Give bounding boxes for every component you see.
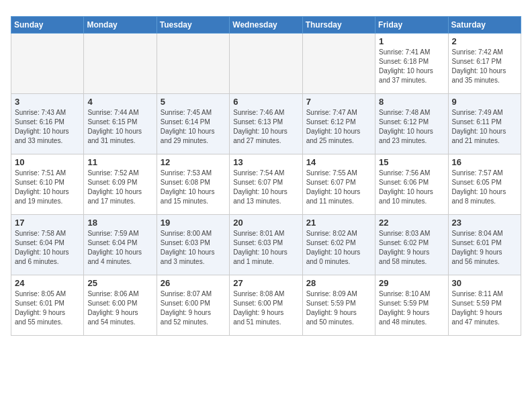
calendar-cell: 8Sunrise: 7:48 AM Sunset: 6:12 PM Daylig… bbox=[375, 94, 448, 154]
day-number: 11 bbox=[87, 157, 152, 167]
day-info: Sunrise: 7:48 AM Sunset: 6:12 PM Dayligh… bbox=[379, 108, 444, 146]
day-info: Sunrise: 8:09 AM Sunset: 5:59 PM Dayligh… bbox=[306, 289, 371, 327]
day-number: 23 bbox=[452, 218, 517, 228]
day-info: Sunrise: 7:58 AM Sunset: 6:04 PM Dayligh… bbox=[15, 229, 80, 267]
calendar-cell: 27Sunrise: 8:08 AM Sunset: 6:00 PM Dayli… bbox=[230, 275, 302, 336]
day-number: 4 bbox=[87, 97, 152, 107]
weekday-header: Wednesday bbox=[230, 17, 302, 34]
calendar-cell: 30Sunrise: 8:11 AM Sunset: 5:59 PM Dayli… bbox=[448, 275, 521, 336]
calendar-cell: 19Sunrise: 8:00 AM Sunset: 6:03 PM Dayli… bbox=[157, 215, 229, 275]
calendar-cell bbox=[230, 34, 302, 94]
day-number: 29 bbox=[379, 278, 444, 288]
day-info: Sunrise: 7:41 AM Sunset: 6:18 PM Dayligh… bbox=[379, 48, 444, 85]
calendar-cell: 14Sunrise: 7:55 AM Sunset: 6:07 PM Dayli… bbox=[302, 154, 375, 215]
day-info: Sunrise: 8:10 AM Sunset: 5:59 PM Dayligh… bbox=[379, 289, 444, 327]
calendar-cell: 18Sunrise: 7:59 AM Sunset: 6:04 PM Dayli… bbox=[84, 215, 157, 275]
day-number: 1 bbox=[379, 36, 444, 46]
calendar-row: 10Sunrise: 7:51 AM Sunset: 6:10 PM Dayli… bbox=[11, 154, 521, 215]
calendar-cell: 3Sunrise: 7:43 AM Sunset: 6:16 PM Daylig… bbox=[11, 94, 84, 154]
day-info: Sunrise: 7:51 AM Sunset: 6:10 PM Dayligh… bbox=[15, 169, 80, 206]
calendar-row: 24Sunrise: 8:05 AM Sunset: 6:01 PM Dayli… bbox=[11, 275, 521, 336]
calendar-row: 1Sunrise: 7:41 AM Sunset: 6:18 PM Daylig… bbox=[11, 34, 521, 94]
day-info: Sunrise: 7:47 AM Sunset: 6:12 PM Dayligh… bbox=[306, 108, 371, 146]
calendar-table: SundayMondayTuesdayWednesdayThursdayFrid… bbox=[11, 16, 521, 336]
calendar-header-row: SundayMondayTuesdayWednesdayThursdayFrid… bbox=[11, 17, 521, 34]
day-number: 10 bbox=[15, 157, 80, 167]
day-number: 21 bbox=[306, 218, 371, 228]
calendar-cell: 29Sunrise: 8:10 AM Sunset: 5:59 PM Dayli… bbox=[375, 275, 448, 336]
day-number: 15 bbox=[379, 157, 444, 167]
calendar-cell bbox=[302, 34, 375, 94]
day-number: 7 bbox=[306, 97, 371, 107]
calendar-cell: 24Sunrise: 8:05 AM Sunset: 6:01 PM Dayli… bbox=[11, 275, 84, 336]
calendar-cell: 13Sunrise: 7:54 AM Sunset: 6:07 PM Dayli… bbox=[230, 154, 302, 215]
day-info: Sunrise: 8:07 AM Sunset: 6:00 PM Dayligh… bbox=[161, 289, 226, 327]
weekday-header: Friday bbox=[375, 17, 448, 34]
day-number: 25 bbox=[87, 278, 152, 288]
calendar-cell: 1Sunrise: 7:41 AM Sunset: 6:18 PM Daylig… bbox=[375, 34, 448, 94]
calendar-cell: 20Sunrise: 8:01 AM Sunset: 6:03 PM Dayli… bbox=[230, 215, 302, 275]
calendar-cell: 15Sunrise: 7:56 AM Sunset: 6:06 PM Dayli… bbox=[375, 154, 448, 215]
day-info: Sunrise: 8:00 AM Sunset: 6:03 PM Dayligh… bbox=[161, 229, 226, 267]
day-number: 28 bbox=[306, 278, 371, 288]
day-info: Sunrise: 7:46 AM Sunset: 6:13 PM Dayligh… bbox=[233, 108, 298, 146]
calendar-cell: 7Sunrise: 7:47 AM Sunset: 6:12 PM Daylig… bbox=[302, 94, 375, 154]
weekday-header: Thursday bbox=[302, 17, 375, 34]
day-info: Sunrise: 8:03 AM Sunset: 6:02 PM Dayligh… bbox=[379, 229, 444, 267]
day-info: Sunrise: 7:55 AM Sunset: 6:07 PM Dayligh… bbox=[306, 169, 371, 206]
day-info: Sunrise: 7:53 AM Sunset: 6:08 PM Dayligh… bbox=[161, 169, 226, 206]
day-number: 5 bbox=[161, 97, 226, 107]
day-number: 3 bbox=[15, 97, 80, 107]
calendar-cell: 16Sunrise: 7:57 AM Sunset: 6:05 PM Dayli… bbox=[448, 154, 521, 215]
weekday-header: Sunday bbox=[11, 17, 84, 34]
calendar-cell bbox=[157, 34, 229, 94]
calendar-cell: 26Sunrise: 8:07 AM Sunset: 6:00 PM Dayli… bbox=[157, 275, 229, 336]
day-number: 24 bbox=[15, 278, 80, 288]
day-info: Sunrise: 7:52 AM Sunset: 6:09 PM Dayligh… bbox=[87, 169, 152, 206]
day-number: 6 bbox=[233, 97, 298, 107]
day-number: 20 bbox=[233, 218, 298, 228]
day-info: Sunrise: 7:54 AM Sunset: 6:07 PM Dayligh… bbox=[233, 169, 298, 206]
day-info: Sunrise: 7:43 AM Sunset: 6:16 PM Dayligh… bbox=[15, 108, 80, 146]
calendar-cell: 5Sunrise: 7:45 AM Sunset: 6:14 PM Daylig… bbox=[157, 94, 229, 154]
day-info: Sunrise: 7:57 AM Sunset: 6:05 PM Dayligh… bbox=[452, 169, 517, 206]
day-number: 12 bbox=[161, 157, 226, 167]
weekday-header: Saturday bbox=[448, 17, 521, 34]
calendar-cell bbox=[11, 34, 84, 94]
calendar-cell: 6Sunrise: 7:46 AM Sunset: 6:13 PM Daylig… bbox=[230, 94, 302, 154]
calendar-row: 17Sunrise: 7:58 AM Sunset: 6:04 PM Dayli… bbox=[11, 215, 521, 275]
day-info: Sunrise: 7:56 AM Sunset: 6:06 PM Dayligh… bbox=[379, 169, 444, 206]
calendar-cell: 25Sunrise: 8:06 AM Sunset: 6:00 PM Dayli… bbox=[84, 275, 157, 336]
day-info: Sunrise: 7:49 AM Sunset: 6:11 PM Dayligh… bbox=[452, 108, 517, 146]
day-number: 16 bbox=[452, 157, 517, 167]
day-info: Sunrise: 8:01 AM Sunset: 6:03 PM Dayligh… bbox=[233, 229, 298, 267]
day-number: 19 bbox=[161, 218, 226, 228]
day-number: 17 bbox=[15, 218, 80, 228]
day-number: 14 bbox=[306, 157, 371, 167]
day-number: 2 bbox=[452, 36, 517, 46]
day-number: 27 bbox=[233, 278, 298, 288]
calendar-row: 3Sunrise: 7:43 AM Sunset: 6:16 PM Daylig… bbox=[11, 94, 521, 154]
calendar-cell: 23Sunrise: 8:04 AM Sunset: 6:01 PM Dayli… bbox=[448, 215, 521, 275]
calendar-cell: 9Sunrise: 7:49 AM Sunset: 6:11 PM Daylig… bbox=[448, 94, 521, 154]
calendar-cell bbox=[84, 34, 157, 94]
calendar-body: 1Sunrise: 7:41 AM Sunset: 6:18 PM Daylig… bbox=[11, 34, 521, 336]
day-info: Sunrise: 7:45 AM Sunset: 6:14 PM Dayligh… bbox=[161, 108, 226, 146]
day-number: 9 bbox=[452, 97, 517, 107]
weekday-header: Tuesday bbox=[157, 17, 229, 34]
calendar-cell: 21Sunrise: 8:02 AM Sunset: 6:02 PM Dayli… bbox=[302, 215, 375, 275]
calendar-cell: 10Sunrise: 7:51 AM Sunset: 6:10 PM Dayli… bbox=[11, 154, 84, 215]
day-info: Sunrise: 8:08 AM Sunset: 6:00 PM Dayligh… bbox=[233, 289, 298, 327]
day-number: 13 bbox=[233, 157, 298, 167]
day-info: Sunrise: 7:42 AM Sunset: 6:17 PM Dayligh… bbox=[452, 48, 517, 85]
calendar-cell: 12Sunrise: 7:53 AM Sunset: 6:08 PM Dayli… bbox=[157, 154, 229, 215]
weekday-header: Monday bbox=[84, 17, 157, 34]
day-number: 26 bbox=[161, 278, 226, 288]
day-info: Sunrise: 8:11 AM Sunset: 5:59 PM Dayligh… bbox=[452, 289, 517, 327]
day-info: Sunrise: 8:02 AM Sunset: 6:02 PM Dayligh… bbox=[306, 229, 371, 267]
calendar-cell: 2Sunrise: 7:42 AM Sunset: 6:17 PM Daylig… bbox=[448, 34, 521, 94]
day-number: 30 bbox=[452, 278, 517, 288]
day-info: Sunrise: 8:05 AM Sunset: 6:01 PM Dayligh… bbox=[15, 289, 80, 327]
day-info: Sunrise: 7:44 AM Sunset: 6:15 PM Dayligh… bbox=[87, 108, 152, 146]
calendar-cell: 28Sunrise: 8:09 AM Sunset: 5:59 PM Dayli… bbox=[302, 275, 375, 336]
